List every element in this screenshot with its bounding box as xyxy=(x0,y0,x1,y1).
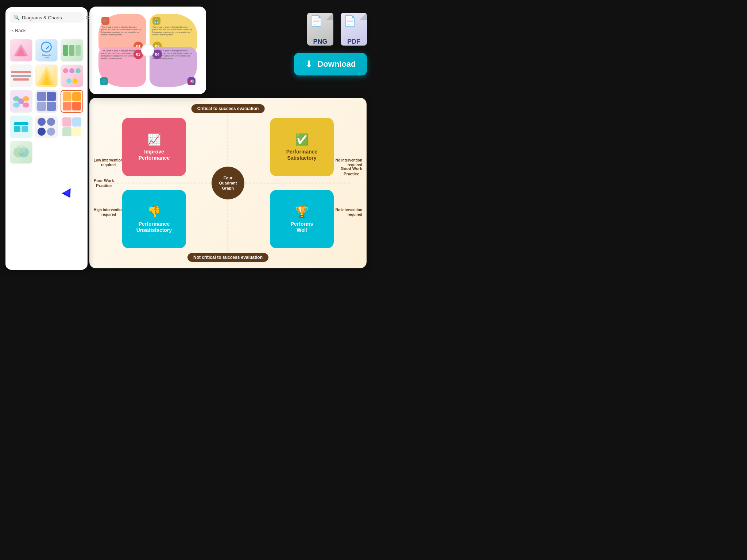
left-panel: 🔍 ✕ ‹ Back ScheduleChart xyxy=(5,7,88,270)
svg-point-9 xyxy=(23,102,29,108)
png-file-icon[interactable]: 📄 PNG xyxy=(307,13,333,46)
bottom-icon-right: 📢 xyxy=(187,77,196,85)
svg-point-8 xyxy=(13,102,20,108)
pdf-label: PDF xyxy=(347,38,360,46)
list-item[interactable] xyxy=(35,90,58,113)
top-pill-label: Critical to success evaluation xyxy=(191,104,265,113)
quadrant-diagram: Critical to success evaluation Not criti… xyxy=(89,98,367,268)
back-button[interactable]: ‹ Back xyxy=(10,26,83,35)
list-item[interactable] xyxy=(10,65,32,87)
flower-diagram: 🛒 This layout is good to highlight the m… xyxy=(95,10,201,90)
performance-satisfactory-card: ✅ PerformanceSatisfactory xyxy=(270,118,334,176)
file-corner-pdf xyxy=(360,13,367,20)
download-label: Download xyxy=(317,59,356,69)
back-chevron-icon: ‹ xyxy=(12,28,13,33)
improve-performance-card: 📈 ImprovePerformance xyxy=(122,118,186,176)
list-item[interactable] xyxy=(10,90,32,113)
left-bottom-label: High interventionrequired xyxy=(94,207,124,217)
bottom-icon-left: 🌐 xyxy=(100,77,108,85)
satisfactory-icon: ✅ xyxy=(295,133,309,146)
improve-label: ImprovePerformance xyxy=(139,149,170,161)
file-icons: 📄 PNG 📄 PDF xyxy=(307,13,367,46)
good-work-label: Good WorkPractice xyxy=(341,166,362,176)
file-corner-png xyxy=(326,13,333,20)
list-item[interactable] xyxy=(61,116,83,138)
performs-label: PerformsWell xyxy=(291,221,313,233)
unsatisfactory-label: PerformanceUnsatisfactory xyxy=(136,221,172,233)
list-item[interactable] xyxy=(61,90,83,113)
quadrant-center-label: Four Quadrant Graph xyxy=(219,175,237,191)
list-item[interactable] xyxy=(61,39,83,62)
bottom-pill-label: Not critical to success evaluation xyxy=(187,253,268,262)
search-icon: 🔍 xyxy=(13,15,20,20)
performs-well-card: 🏆 PerformsWell xyxy=(270,190,334,248)
download-button[interactable]: ⬇ Download xyxy=(294,53,367,75)
petal-text-tr: This layout is good to highlight the mai… xyxy=(152,26,194,36)
list-item[interactable] xyxy=(35,116,58,138)
satisfactory-label: PerformanceSatisfactory xyxy=(286,149,318,161)
unsatisfactory-icon: 👎 xyxy=(147,205,161,218)
list-item[interactable] xyxy=(35,65,58,87)
left-top-label: Low interventionrequired xyxy=(94,158,123,167)
petal-icon-tl: 🛒 xyxy=(101,17,109,25)
download-icon: ⬇ xyxy=(305,59,313,70)
back-label: Back xyxy=(15,28,26,33)
poor-work-label: Poor WorkPractice xyxy=(94,178,114,188)
pdf-file-icon[interactable]: 📄 PDF xyxy=(341,13,367,46)
performs-icon: 🏆 xyxy=(295,205,309,218)
petal-text-tl: This layout is good to highlight the mai… xyxy=(101,26,143,36)
list-item[interactable] xyxy=(10,116,32,138)
search-input[interactable] xyxy=(22,15,83,20)
bottom-icons: 🌐 📢 xyxy=(95,77,201,85)
improve-icon: 📈 xyxy=(147,133,161,146)
search-bar[interactable]: 🔍 ✕ xyxy=(10,12,83,23)
quadrant-center-circle: Four Quadrant Graph xyxy=(212,167,244,199)
svg-point-6 xyxy=(13,96,20,101)
petal-icon-tr: 🏪 xyxy=(152,17,160,25)
center-circle xyxy=(141,44,154,57)
clear-icon[interactable]: ✕ xyxy=(85,15,90,20)
list-item[interactable]: ScheduleChart xyxy=(35,39,58,62)
list-item[interactable] xyxy=(10,141,32,164)
png-label: PNG xyxy=(313,38,327,46)
preview-card: 🛒 This layout is good to highlight the m… xyxy=(89,7,206,94)
performance-unsatisfactory-card: 👎 PerformanceUnsatisfactory xyxy=(122,190,186,248)
list-item[interactable] xyxy=(10,39,32,62)
svg-point-7 xyxy=(23,96,29,101)
list-item[interactable] xyxy=(61,65,83,87)
right-bottom-label: No interventionrequired xyxy=(336,207,362,217)
thumbnail-grid: ScheduleChart xyxy=(10,39,83,164)
